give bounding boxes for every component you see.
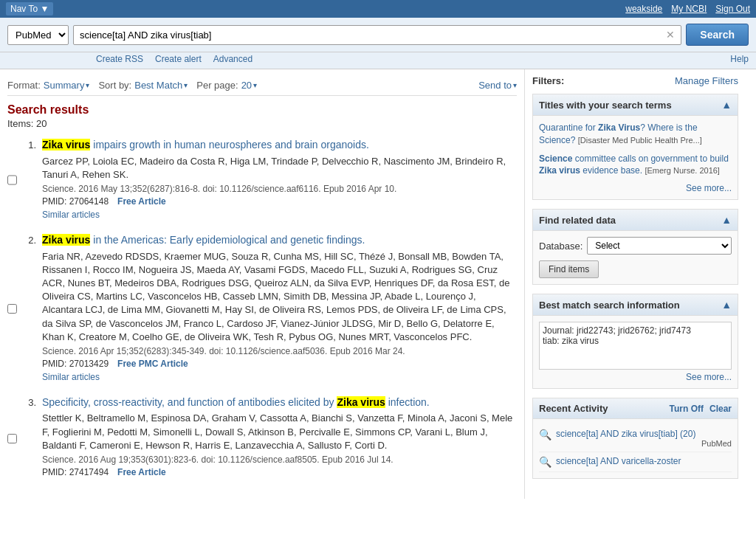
send-to-dropdown[interactable]: Send to ▾ <box>478 80 517 91</box>
manage-filters-link[interactable]: Manage Filters <box>675 75 738 86</box>
title-highlight-2a: Science <box>539 153 572 164</box>
search-bar: PubMed ✕ Search <box>0 18 756 52</box>
titles-section-body: Quarantine for Zika Virus? Where is the … <box>533 116 738 199</box>
article-authors-2: Faria NR, Azevedo RDSDS, Kraemer MUG, So… <box>42 250 517 344</box>
find-related-header: Find related data ▲ <box>533 210 738 231</box>
similar-articles-2[interactable]: Similar articles <box>42 372 100 382</box>
turn-off-link[interactable]: Turn Off <box>670 404 704 414</box>
perpage-arrow-icon: ▾ <box>253 81 257 89</box>
search-icon-2: 🔍 <box>539 456 551 468</box>
format-label: Format: <box>7 80 41 91</box>
clear-search-button[interactable]: ✕ <box>663 29 678 41</box>
article-item-3: 3. Specificity, cross-reactivity, and fu… <box>7 395 517 480</box>
my-ncbi-link[interactable]: My NCBI <box>671 4 707 14</box>
article-meta-3: PMID: 27417494 Free Article <box>42 467 517 477</box>
titles-collapse-icon[interactable]: ▲ <box>721 99 732 111</box>
recent-activity-header: Recent Activity Turn Off Clear <box>533 398 738 419</box>
database-dropdown[interactable]: Select <box>587 237 732 255</box>
best-match-body: Journal: jrid22743; jrid26762; jrid7473 … <box>533 316 738 388</box>
create-alert-link[interactable]: Create alert <box>155 54 202 64</box>
search-button[interactable]: Search <box>686 24 749 46</box>
best-match-see-more-link[interactable]: See more... <box>539 372 732 382</box>
article-highlight-1: Zika virus <box>42 139 90 151</box>
toolbar: Format: Summary ▾ Sort by: Best Match ▾ … <box>7 75 517 96</box>
titles-section-header: Titles with your search terms ▲ <box>533 94 738 116</box>
article-checkbox-2[interactable] <box>7 235 17 382</box>
title-highlight-1a: Zika Virus <box>598 122 640 133</box>
similar-articles-1[interactable]: Similar articles <box>42 210 100 220</box>
article-pmid-1: PMID: 27064148 <box>42 196 109 207</box>
database-select[interactable]: PubMed <box>7 25 69 45</box>
article-content-3: Specificity, cross-reactivity, and funct… <box>42 395 517 480</box>
send-to-arrow-icon: ▾ <box>513 81 517 89</box>
weakside-link[interactable]: weakside <box>625 4 662 14</box>
article-checkbox-3[interactable] <box>7 398 17 480</box>
format-dropdown[interactable]: Summary ▾ <box>44 80 90 91</box>
top-bar-left: Nav To ▼ <box>6 2 53 15</box>
best-match-section: Best match search information ▲ Journal:… <box>532 294 738 389</box>
article-number-3: 3. <box>23 395 36 480</box>
title-journal-2: [Emerg Nurse. 2016] <box>645 166 720 175</box>
article-checkbox-1[interactable] <box>7 140 17 220</box>
article-citation-1: Science. 2016 May 13;352(6287):816-8. do… <box>42 184 517 194</box>
article-content-1: Zika virus impairs growth in human neuro… <box>42 138 517 220</box>
create-rss-link[interactable]: Create RSS <box>96 54 143 64</box>
titles-section: Titles with your search terms ▲ Quaranti… <box>532 94 738 200</box>
article-number-2: 2. <box>23 233 36 382</box>
article-meta-2: PMID: 27013429 Free PMC Article <box>42 359 517 369</box>
article-title-3[interactable]: Specificity, cross-reactivity, and funct… <box>42 396 430 408</box>
help-link[interactable]: Help <box>730 54 749 64</box>
activity-item-2: 🔍 science[ta] AND varicella-zoster <box>539 452 732 472</box>
article-free-label-2: Free PMC Article <box>117 359 188 369</box>
sidebar: Filters: Manage Filters Titles with your… <box>524 69 746 499</box>
filters-header: Filters: Manage Filters <box>532 75 738 86</box>
activity-query-2[interactable]: science[ta] AND varicella-zoster <box>556 456 681 466</box>
activity-source-1: PubMed <box>556 439 732 448</box>
article-pmid-3: PMID: 27417494 <box>42 467 109 477</box>
find-related-row: Database: Select <box>539 237 732 255</box>
search-input-wrap: ✕ <box>73 25 681 45</box>
perpage-selector: Per page: 20 ▾ <box>196 80 257 91</box>
find-related-collapse-icon[interactable]: ▲ <box>721 214 732 226</box>
article-item: 1. Zika virus impairs growth in human ne… <box>7 138 517 220</box>
perpage-label: Per page: <box>196 80 238 91</box>
activity-content-2: science[ta] AND varicella-zoster <box>556 456 732 466</box>
find-items-button[interactable]: Find items <box>539 260 599 278</box>
top-bar-right: weakside My NCBI Sign Out <box>625 4 750 14</box>
activity-content-1: science[ta] AND zika virus[tiab] (20) Pu… <box>556 429 732 448</box>
filters-label: Filters: <box>532 75 564 86</box>
sort-arrow-icon: ▾ <box>184 81 188 89</box>
search-icon-1: 🔍 <box>539 429 551 440</box>
article-title-2[interactable]: Zika virus in the Americas: Early epidem… <box>42 234 365 246</box>
search-results-title: Search results <box>7 103 517 117</box>
main-layout: Format: Summary ▾ Sort by: Best Match ▾ … <box>0 69 756 499</box>
article-number-1: 1. <box>23 138 36 220</box>
search-input[interactable] <box>77 26 663 44</box>
clear-link[interactable]: Clear <box>709 404 732 414</box>
article-free-label-1: Free Article <box>117 196 166 207</box>
activity-query-1[interactable]: science[ta] AND zika virus[tiab] (20) <box>556 429 695 439</box>
title-item-2: Science committee calls on government to… <box>539 153 732 178</box>
article-item-2: 2. Zika virus in the Americas: Early epi… <box>7 233 517 382</box>
article-title-1[interactable]: Zika virus impairs growth in human neuro… <box>42 139 369 151</box>
recent-activity-header-inner: Recent Activity Turn Off Clear <box>539 403 732 414</box>
nav-to-dropdown[interactable]: Nav To ▼ <box>6 2 53 15</box>
article-authors-3: Stettler K, Beltramello M, Espinosa DA, … <box>42 412 517 452</box>
article-authors-1: Garcez PP, Loiola EC, Madeiro da Costa R… <box>42 155 517 182</box>
sort-dropdown[interactable]: Best Match ▾ <box>134 80 188 91</box>
sign-out-link[interactable]: Sign Out <box>715 4 750 14</box>
best-match-header: Best match search information ▲ <box>533 294 738 316</box>
turn-off-clear: Turn Off Clear <box>670 404 732 414</box>
article-meta-1: PMID: 27064148 Free Article <box>42 196 517 207</box>
article-free-label-3: Free Article <box>117 467 166 477</box>
format-arrow-icon: ▾ <box>86 81 89 89</box>
find-related-body: Database: Select Find items <box>533 231 738 284</box>
perpage-dropdown[interactable]: 20 ▾ <box>241 80 257 91</box>
best-match-collapse-icon[interactable]: ▲ <box>721 299 732 311</box>
content-area: Format: Summary ▾ Sort by: Best Match ▾ … <box>0 69 524 499</box>
article-content-2: Zika virus in the Americas: Early epidem… <box>42 233 517 382</box>
titles-see-more-link[interactable]: See more... <box>539 183 732 193</box>
best-match-textarea[interactable]: Journal: jrid22743; jrid26762; jrid7473 … <box>539 322 732 370</box>
find-related-section: Find related data ▲ Database: Select Fin… <box>532 209 738 285</box>
advanced-link[interactable]: Advanced <box>213 54 252 64</box>
